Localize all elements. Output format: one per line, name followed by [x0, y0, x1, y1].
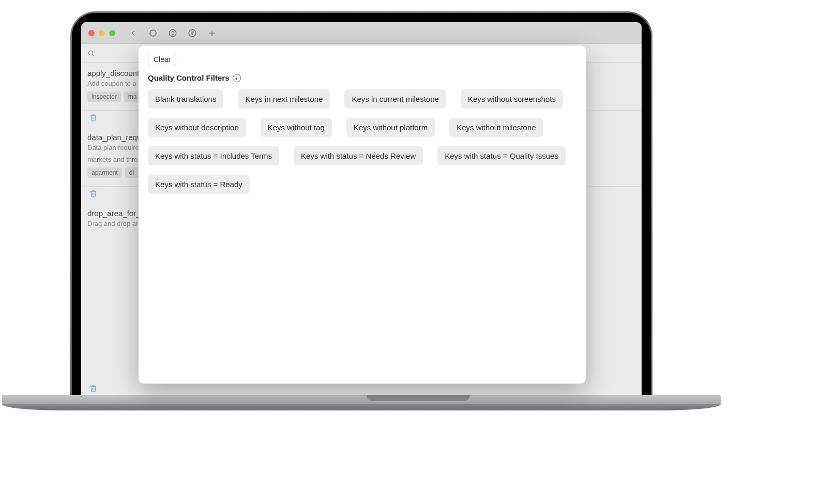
svg-line-13	[93, 54, 94, 56]
laptop-base	[2, 395, 721, 404]
back-icon[interactable]	[126, 26, 141, 40]
heading-label: Quality Control Filters	[148, 73, 230, 82]
clear-button[interactable]: Clear	[148, 53, 176, 66]
filter-chip-no-screenshots[interactable]: Keys without screenshots	[461, 89, 563, 109]
add-icon[interactable]	[204, 26, 220, 40]
sort-icon[interactable]	[165, 26, 180, 40]
trash-icon[interactable]	[89, 114, 97, 121]
filter-chip-blank-translations[interactable]: Blank translations	[148, 89, 223, 109]
target-icon[interactable]	[145, 26, 161, 40]
tag[interactable]: inspector	[87, 91, 121, 102]
filter-chip-status-includes-terms[interactable]: Keys with status = Includes Terms	[148, 146, 279, 165]
svg-point-12	[88, 51, 93, 55]
zoom-dot[interactable]	[109, 30, 115, 36]
search-icon	[87, 50, 95, 57]
info-icon[interactable]: i	[233, 74, 241, 82]
tag[interactable]: di	[125, 167, 138, 178]
traffic-lights	[88, 30, 115, 36]
section-heading: Quality Control Filters i	[148, 73, 241, 82]
trash-icon[interactable]	[89, 190, 97, 197]
laptop-base-edge	[2, 404, 721, 410]
filter-chip-current-milestone[interactable]: Keys in current milestone	[344, 89, 446, 109]
filter-chip-no-description[interactable]: Keys without description	[148, 118, 246, 137]
svg-point-0	[150, 30, 156, 36]
filter-chip-no-tag[interactable]: Keys without tag	[261, 118, 332, 137]
filter-chip-status-needs-review[interactable]: Keys with status = Needs Review	[294, 146, 423, 165]
filter-chip-status-quality-issues[interactable]: Keys with status = Quality Issues	[437, 146, 566, 165]
minimize-dot[interactable]	[99, 30, 105, 36]
filter-chip-next-milestone[interactable]: Keys in next milestone	[238, 89, 330, 109]
tag[interactable]: aparment	[87, 167, 122, 178]
laptop-notch	[367, 395, 470, 401]
filter-group: Blank translations Keys in next mileston…	[148, 89, 576, 194]
toolbar	[81, 22, 642, 44]
filter-modal: Clear Quality Control Filters i Blank tr…	[139, 45, 586, 384]
filter-icon[interactable]	[185, 26, 200, 40]
filter-chip-no-milestone[interactable]: Keys without milestone	[449, 118, 543, 137]
close-dot[interactable]	[88, 30, 95, 36]
filter-chip-status-ready[interactable]: Keys with status = Ready	[148, 175, 250, 194]
filter-chip-no-platform[interactable]: Keys without platform	[346, 118, 435, 137]
trash-icon[interactable]	[89, 385, 97, 392]
